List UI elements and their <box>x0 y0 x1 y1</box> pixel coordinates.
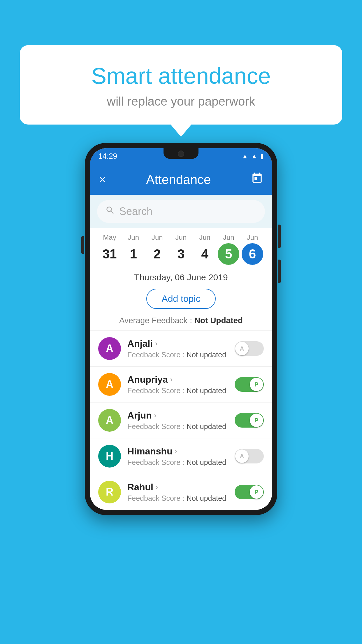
phone-screen: 14:29 ▲ ▲ ▮ × Attendance <box>90 148 272 510</box>
score-value: Not updated <box>187 458 226 466</box>
speech-bubble-title: Smart attendance <box>37 63 325 89</box>
add-topic-button[interactable]: Add topic <box>146 289 215 309</box>
student-avatar: A <box>98 409 121 432</box>
student-item[interactable]: AAnupriya ›Feedback Score : Not updatedP <box>90 366 272 402</box>
calendar-day[interactable]: Jun6 <box>241 233 264 265</box>
cal-month-label: May <box>103 233 116 242</box>
student-chevron-icon: › <box>156 483 158 491</box>
cal-date-number: 3 <box>170 243 192 265</box>
student-avatar: H <box>98 445 121 468</box>
student-name: Anjali › <box>127 338 235 349</box>
phone-frame: 14:29 ▲ ▲ ▮ × Attendance <box>85 143 277 515</box>
speech-bubble: Smart attendance will replace your paper… <box>20 45 342 125</box>
student-name: Arjun › <box>127 410 235 421</box>
student-chevron-icon: › <box>170 375 173 384</box>
search-container: Search <box>90 195 272 228</box>
cal-date-number: 31 <box>99 243 120 265</box>
attendance-toggle[interactable]: P <box>235 485 264 499</box>
front-camera <box>178 150 184 157</box>
score-value: Not updated <box>187 351 226 359</box>
student-info: Anjali ›Feedback Score : Not updated <box>121 338 235 359</box>
cal-month-label: Jun <box>175 233 187 242</box>
status-icons: ▲ ▲ ▮ <box>242 153 264 160</box>
student-item[interactable]: RRahul ›Feedback Score : Not updatedP <box>90 474 272 510</box>
attendance-toggle[interactable]: P <box>235 413 264 428</box>
status-time: 14:29 <box>98 152 117 161</box>
calendar-icon[interactable] <box>251 172 263 187</box>
average-feedback: Average Feedback : Not Updated <box>90 314 272 330</box>
student-item[interactable]: AArjun ›Feedback Score : Not updatedP <box>90 402 272 438</box>
calendar-day[interactable]: Jun2 <box>146 233 168 265</box>
cal-month-label: Jun <box>247 233 258 242</box>
student-score: Feedback Score : Not updated <box>127 386 235 395</box>
search-label: Search <box>119 205 152 218</box>
cal-date-number: 5 <box>218 243 239 265</box>
cal-month-label: Jun <box>152 233 163 242</box>
student-score: Feedback Score : Not updated <box>127 458 235 467</box>
close-button[interactable]: × <box>99 173 106 187</box>
calendar-strip: May31Jun1Jun2Jun3Jun4Jun5Jun6 <box>90 228 272 267</box>
score-value: Not updated <box>187 494 226 502</box>
score-value: Not updated <box>187 422 226 430</box>
calendar-day[interactable]: May31 <box>98 233 121 265</box>
toggle-knob: A <box>235 342 249 355</box>
phone-mockup: 14:29 ▲ ▲ ▮ × Attendance <box>85 143 277 515</box>
search-box[interactable]: Search <box>97 200 265 223</box>
attendance-toggle[interactable]: A <box>235 341 264 356</box>
student-name: Rahul › <box>127 482 235 493</box>
student-list: AAnjali ›Feedback Score : Not updatedAAA… <box>90 330 272 510</box>
student-chevron-icon: › <box>154 411 157 419</box>
toggle-knob: P <box>250 485 263 499</box>
student-score: Feedback Score : Not updated <box>127 494 235 503</box>
app-bar-title: Attendance <box>146 172 211 187</box>
add-topic-container: Add topic <box>90 286 272 314</box>
attendance-toggle[interactable]: P <box>235 377 264 392</box>
student-avatar: A <box>98 337 121 360</box>
toggle-knob: P <box>250 414 263 427</box>
wifi-icon: ▲ <box>242 153 248 160</box>
avg-feedback-label: Average Feedback : <box>119 316 194 325</box>
cal-date-number: 6 <box>242 243 263 265</box>
calendar-day[interactable]: Jun1 <box>122 233 145 265</box>
selected-date: Thursday, 06 June 2019 <box>90 267 272 286</box>
phone-notch <box>164 148 198 159</box>
student-avatar: A <box>98 373 121 396</box>
student-avatar: R <box>98 481 121 503</box>
student-name: Himanshu › <box>127 446 235 457</box>
student-info: Arjun ›Feedback Score : Not updated <box>121 410 235 431</box>
calendar-day[interactable]: Jun3 <box>170 233 192 265</box>
volume-down-button <box>278 260 281 283</box>
student-score: Feedback Score : Not updated <box>127 422 235 431</box>
student-chevron-icon: › <box>175 447 177 455</box>
score-value: Not updated <box>187 386 226 395</box>
student-item[interactable]: HHimanshu ›Feedback Score : Not updatedA <box>90 438 272 474</box>
cal-date-number: 2 <box>146 243 168 265</box>
search-icon <box>105 205 115 218</box>
cal-date-number: 1 <box>123 243 144 265</box>
attendance-toggle[interactable]: A <box>235 449 264 463</box>
calendar-day[interactable]: Jun5 <box>217 233 240 265</box>
toggle-knob: P <box>250 378 263 391</box>
student-score: Feedback Score : Not updated <box>127 351 235 359</box>
student-info: Anupriya ›Feedback Score : Not updated <box>121 374 235 395</box>
app-bar: × Attendance <box>90 164 272 195</box>
cal-date-number: 4 <box>194 243 216 265</box>
student-info: Himanshu ›Feedback Score : Not updated <box>121 446 235 467</box>
student-info: Rahul ›Feedback Score : Not updated <box>121 482 235 503</box>
student-name: Anupriya › <box>127 374 235 385</box>
cal-month-label: Jun <box>223 233 234 242</box>
cal-month-label: Jun <box>199 233 210 242</box>
power-button <box>278 225 281 248</box>
speech-bubble-subtitle: will replace your paperwork <box>37 94 325 108</box>
toggle-knob: A <box>235 449 249 463</box>
battery-icon: ▮ <box>260 153 264 160</box>
calendar-day[interactable]: Jun4 <box>194 233 216 265</box>
cal-month-label: Jun <box>128 233 139 242</box>
student-item[interactable]: AAnjali ›Feedback Score : Not updatedA <box>90 330 272 366</box>
speech-bubble-container: Smart attendance will replace your paper… <box>20 45 342 125</box>
student-chevron-icon: › <box>155 340 157 348</box>
avg-feedback-value: Not Updated <box>194 316 243 325</box>
volume-button <box>81 236 84 254</box>
signal-icon: ▲ <box>251 153 257 160</box>
